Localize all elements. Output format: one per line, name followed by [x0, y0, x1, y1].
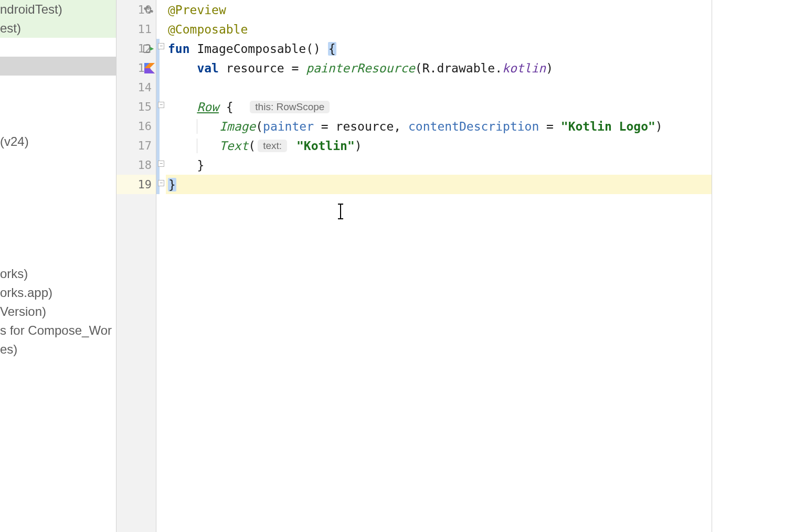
brace-close: }: [168, 178, 176, 191]
tree-item[interactable]: [0, 76, 116, 94]
fold-toggle-icon[interactable]: −: [158, 43, 164, 49]
line-number: 11: [138, 23, 152, 36]
svg-rect-0: [144, 45, 150, 52]
tree-item[interactable]: [0, 38, 116, 57]
tree-item[interactable]: (v24): [0, 132, 116, 151]
code-line[interactable]: @Composable: [166, 19, 712, 39]
line-number: 18: [138, 158, 152, 172]
gutter-line-current[interactable]: 19: [116, 175, 156, 194]
code-line[interactable]: [166, 78, 712, 97]
gutter-line[interactable]: 13: [116, 58, 156, 78]
annotation: @Preview: [168, 3, 226, 17]
gutter-line[interactable]: 15: [116, 97, 156, 116]
function-call: Text: [219, 139, 248, 153]
text-cursor-icon: [340, 204, 341, 219]
editor-gutter[interactable]: 10 11 12 13: [116, 0, 156, 532]
code-line[interactable]: Row { this: RowScope: [166, 97, 712, 116]
keyword: fun: [168, 42, 190, 56]
svg-marker-1: [150, 47, 154, 50]
tree-item[interactable]: [0, 170, 116, 189]
tree-item[interactable]: [0, 227, 116, 246]
gutter-line[interactable]: 16: [116, 116, 156, 136]
code-line[interactable]: Text(text: "Kotlin"): [166, 136, 712, 155]
line-number: 16: [138, 120, 152, 133]
fold-toggle-icon[interactable]: −: [158, 102, 164, 108]
tree-item[interactable]: est): [0, 19, 116, 38]
tree-item[interactable]: [0, 94, 116, 113]
tree-item[interactable]: orks): [0, 264, 116, 283]
fold-toggle-icon[interactable]: −: [158, 161, 164, 167]
gutter-line[interactable]: 11: [116, 19, 156, 39]
code-line[interactable]: fun ImageComposable() {: [166, 39, 712, 58]
tree-item[interactable]: es): [0, 340, 116, 359]
tree-item[interactable]: [0, 113, 116, 132]
tree-item[interactable]: ndroidTest): [0, 0, 116, 19]
gear-icon[interactable]: [143, 5, 154, 15]
code-line-current[interactable]: }: [166, 175, 712, 194]
inlay-hint: text:: [258, 140, 287, 152]
gutter-line[interactable]: 12: [116, 39, 156, 58]
brace-close: }: [197, 158, 204, 172]
gutter-line[interactable]: 17: [116, 136, 156, 155]
function-call: Image: [219, 120, 256, 133]
tree-item[interactable]: [0, 151, 116, 170]
gutter-line[interactable]: 18: [116, 155, 156, 175]
line-number: 14: [138, 81, 152, 94]
inlay-hint: this: RowScope: [250, 101, 330, 113]
named-param: contentDescription: [408, 120, 539, 133]
code-line[interactable]: val resource = painterResource(R.drawabl…: [166, 58, 712, 78]
line-number: 17: [138, 139, 152, 152]
annotation: @Composable: [168, 23, 248, 36]
string-literal: "Kotlin Logo": [561, 120, 655, 133]
tree-item[interactable]: s for Compose_Wor: [0, 321, 116, 340]
tree-item[interactable]: [0, 246, 116, 264]
brace-open: {: [328, 42, 336, 56]
line-number: 15: [138, 100, 152, 113]
project-tree[interactable]: ndroidTest) est) (v24) orks) orks.app) V…: [0, 0, 116, 532]
tree-item-selected[interactable]: [0, 57, 116, 76]
code-line[interactable]: }: [166, 155, 712, 175]
tree-item[interactable]: [0, 208, 116, 227]
code-line[interactable]: Image(painter = resource, contentDescrip…: [166, 116, 712, 136]
run-preview-icon[interactable]: [143, 44, 155, 54]
function-call: painterResource: [306, 61, 415, 75]
string-literal: "Kotlin": [296, 139, 355, 153]
fold-toggle-icon[interactable]: −: [158, 180, 164, 186]
gutter-line[interactable]: 10: [116, 0, 156, 19]
line-number: 19: [138, 178, 152, 191]
keyword: val: [197, 61, 219, 75]
gutter-line[interactable]: 14: [116, 78, 156, 97]
function-name: ImageComposable: [197, 42, 306, 56]
svg-marker-4: [144, 68, 155, 73]
code-editor[interactable]: @Preview @Composable fun ImageComposable…: [166, 0, 712, 532]
named-param: painter: [263, 120, 314, 133]
vcs-change-marker: [156, 39, 160, 194]
tree-item[interactable]: orks.app): [0, 283, 116, 302]
function-call: Row: [197, 100, 219, 114]
tree-item[interactable]: Version): [0, 302, 116, 321]
preview-panel[interactable]: [712, 0, 805, 532]
tree-item[interactable]: [0, 189, 116, 208]
kotlin-icon[interactable]: [144, 63, 155, 73]
code-line[interactable]: @Preview: [166, 0, 712, 19]
fold-strip[interactable]: − − − −: [156, 0, 166, 532]
